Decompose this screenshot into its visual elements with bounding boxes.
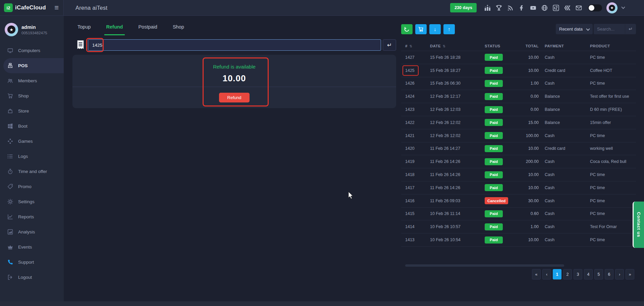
cell-order-id: 1421 [405,133,430,138]
refund-amount: 10.00 [72,73,396,84]
sidebar-item-settings[interactable]: Settings [0,194,64,209]
cell-status: Paid [485,67,512,74]
facebook-icon[interactable] [518,4,525,11]
cell-status: Paid [485,106,512,113]
cell-order-id: 1419 [405,159,430,164]
order-id-text: 1413 [405,237,415,242]
sidebar-item-time-and-offer[interactable]: Time and offer [0,164,64,179]
table-row[interactable]: 142412 Feb 26 12:17Paid0.00BalanceTest o… [401,90,636,103]
submit-enter-button[interactable]: ↵ [383,39,396,51]
tab-refund[interactable]: Refund [104,24,125,35]
tab-topup[interactable]: Topup [75,24,93,35]
order-id-text: 1427 [405,55,415,60]
table-row[interactable]: 141911 Feb 26 14:26Paid200.00CashCoca co… [401,155,636,168]
cell-total: 10.00 [512,172,539,177]
page-button-4[interactable]: 4 [584,269,593,279]
table-row[interactable]: 142615 Feb 26 06:30Paid1.00CashPC time [401,77,636,90]
license-days-button[interactable]: 230 days [450,3,477,12]
sort-icon[interactable]: ⇅ [443,44,446,48]
page-button-2[interactable]: 2 [563,269,572,279]
order-id-text: 1425 [405,68,415,73]
cell-payment: Cash [539,224,590,229]
table-row[interactable]: 142312 Feb 26 12:03Paid0.00BalanceD 60 m… [401,103,636,116]
table-row[interactable]: 141611 Feb 26 09:03Cancelled30.00CashPC … [401,194,636,208]
tab-shop[interactable]: Shop [171,24,186,35]
sidebar-item-label: Members [18,78,37,83]
orders-search-input[interactable] [594,27,625,32]
page-button--[interactable]: » [626,269,634,279]
logs-icon [7,154,13,159]
sidebar-toggle-burger-icon[interactable]: ≡ [54,4,59,11]
user-name: admin [21,25,47,30]
download-arrow-button[interactable]: ↓ [429,24,441,34]
sidebar-item-boot[interactable]: Boot [0,119,64,134]
rss-icon[interactable] [507,4,514,11]
tag-icon [7,184,13,189]
table-row[interactable]: 142112 Feb 26 12:02Paid100.00CashPC time [401,129,636,142]
sidebar-item-computers[interactable]: Computers [0,43,64,58]
page-button-5[interactable]: 5 [594,269,603,279]
sidebar-item-label: Store [18,108,29,114]
cell-payment: Credit card [539,68,590,73]
sidebar-user-block[interactable]: ★ admin 005193482475 [0,16,64,41]
status-badge: Paid [485,67,503,74]
sidebar-item-reports[interactable]: Reports [0,209,64,224]
page-button--[interactable]: « [532,269,541,279]
order-number-input[interactable] [88,39,381,51]
sidebar-item-promo[interactable]: Promo [0,179,64,194]
globe-icon[interactable] [541,4,548,11]
sidebar-item-store[interactable]: Store [0,103,64,119]
upload-arrow-button[interactable]: ↑ [443,24,455,34]
cell-order-id: 1417 [405,185,430,190]
table-row[interactable]: 141510 Feb 26 11:14Paid0.60CashPC time [401,208,636,221]
search-enter-icon[interactable]: ↵ [625,24,636,34]
order-id-text: 1415 [405,211,415,216]
cell-total: 30.00 [512,199,539,203]
data-range-select[interactable]: Recent data [556,24,593,34]
table-header-row: #⇅DATE⇅STATUSTOTALPAYMENTPRODUCT [401,41,636,51]
sidebar-item-logs[interactable]: Logs [0,149,64,164]
podium-icon[interactable] [484,4,491,11]
sidebar-item-shop[interactable]: Shop [0,88,64,103]
page-button-3[interactable]: 3 [574,269,582,279]
sidebar-item-support[interactable]: Support [0,255,64,270]
page-button-6[interactable]: 6 [605,269,613,279]
user-menu-chevron-down-icon[interactable] [621,5,625,9]
sidebar-item-pos[interactable]: POS [3,58,64,73]
table-row[interactable]: 142515 Feb 26 18:27Paid10.00Credit cardC… [401,64,636,77]
table-row[interactable]: 141711 Feb 26 14:26Paid10.00CashPC time [401,181,636,194]
mail-icon[interactable] [575,4,582,11]
contact-us-tab[interactable]: Contact us [633,202,644,248]
table-row[interactable]: 141811 Feb 26 14:26Paid10.00CashPC time [401,168,636,181]
user-avatar[interactable]: ★ [606,2,618,13]
page-button--[interactable]: ‹ [542,269,551,279]
i2-icon[interactable] [552,4,559,11]
table-row[interactable]: 141310 Feb 26 10:54Paid10.00CashPC time [401,233,636,247]
pos-icon [7,63,13,69]
tab-postpaid[interactable]: Postpaid [136,24,159,35]
table-row[interactable]: 142011 Feb 26 14:27Paid10.00Credit cardw… [401,142,636,156]
page-button-1[interactable]: 1 [553,269,561,279]
horizontal-scrollbar[interactable] [405,264,564,267]
sidebar-item-analysis[interactable]: Analysis [0,224,64,239]
refresh-button[interactable] [401,24,413,34]
cart-button[interactable] [415,24,427,34]
layers-icon[interactable] [564,4,571,11]
receipt-icon[interactable] [76,40,85,49]
page-button--[interactable]: › [615,269,624,279]
table-row[interactable]: 142715 Feb 26 18:28Paid10.00CashPC time [401,51,636,64]
sidebar-item-members[interactable]: Members [0,73,64,88]
table-row[interactable]: 142212 Feb 26 12:02Paid15.00Balance15min… [401,116,636,129]
cell-date: 10 Feb 26 11:14 [430,211,485,216]
theme-toggle[interactable] [588,4,602,11]
sidebar-item-logout[interactable]: Logout [0,270,64,285]
table-row[interactable]: 141410 Feb 26 10:57Paid1.00CashTest For … [401,220,636,233]
sidebar-item-games[interactable]: Games [0,134,64,149]
sort-icon[interactable]: ⇅ [410,44,413,48]
trophy-icon[interactable] [495,4,502,11]
cell-date: 15 Feb 26 18:28 [430,55,485,60]
bottom-scroll-strip[interactable] [0,301,644,306]
refund-button[interactable]: Refund [219,93,250,102]
sidebar-item-events[interactable]: Events [0,239,64,255]
youtube-icon[interactable] [530,4,537,11]
